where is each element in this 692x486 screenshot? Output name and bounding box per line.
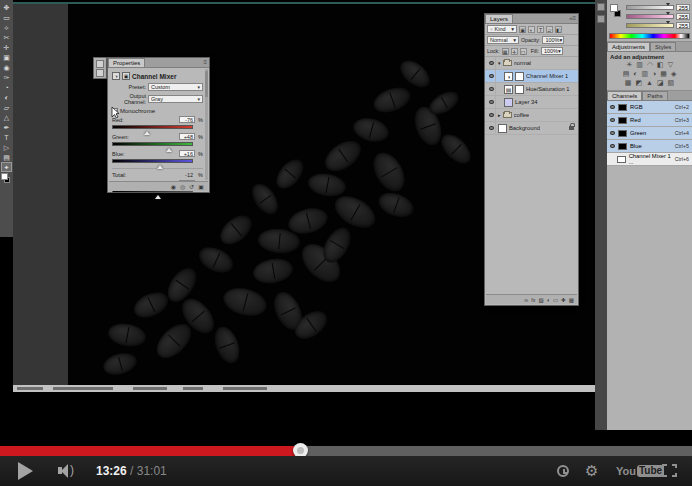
filter-pixel-icon[interactable]: ▣ — [519, 26, 526, 33]
tool-icon[interactable]: ▷ — [1, 142, 12, 152]
adjustment-icon[interactable]: ◑ — [504, 72, 513, 81]
group-caret-icon[interactable]: ▾ — [498, 60, 501, 66]
tool-icon[interactable]: ✂ — [1, 32, 12, 42]
visibility-eye-icon[interactable] — [610, 144, 615, 148]
channel-row[interactable]: BlueCtrl+5 — [607, 140, 692, 153]
layers-footer[interactable]: ∞fx▧◐▭✚▦ — [486, 294, 577, 304]
visibility-eye-icon[interactable] — [489, 61, 494, 65]
ps-toolbar[interactable]: ✥▭⟡✂✛▣◉✑◔◐▱△✒T▷▤✦ — [0, 0, 13, 237]
footer-icon[interactable]: ◐ — [547, 297, 550, 303]
adjustment-icon[interactable]: ▽ — [668, 61, 673, 69]
tool-icon[interactable]: ⟡ — [1, 22, 12, 32]
dock-collapse-strip[interactable] — [595, 0, 607, 430]
preset-dropdown[interactable]: Custom▾ — [148, 83, 203, 91]
layer-row[interactable]: Background — [485, 122, 578, 135]
lock-transparent-icon[interactable]: ▦ — [502, 48, 509, 55]
footer-icon[interactable]: ▦ — [569, 297, 574, 303]
adjustment-icon[interactable]: ◐ — [633, 70, 637, 78]
visibility-eye-icon[interactable] — [489, 74, 494, 78]
adjustment-icon[interactable]: ▦ — [660, 70, 667, 78]
opacity-dropdown[interactable]: 100%▾ — [542, 36, 564, 44]
tool-icon[interactable]: ◉ — [1, 62, 12, 72]
seek-bar[interactable] — [0, 446, 692, 456]
panel-menu-icon[interactable]: «≡ — [567, 14, 578, 23]
adjustment-icon[interactable]: ▩ — [625, 79, 632, 87]
volume-button[interactable]: ) — [58, 464, 82, 478]
tab-layers[interactable]: Layers — [485, 14, 513, 23]
tool-icon[interactable]: T — [1, 132, 12, 142]
color-spectrum-bar[interactable] — [609, 33, 690, 39]
layers-filter-row[interactable]: ○ Kind▾ ▣ ◐ T ▱ ◧ — [485, 24, 578, 35]
scrollbar[interactable] — [205, 69, 208, 180]
lock-position-icon[interactable]: ◻ — [520, 48, 527, 55]
tool-icon[interactable]: ✒ — [1, 122, 12, 132]
layer-thumbnail[interactable] — [504, 98, 513, 107]
color-slider[interactable] — [626, 23, 674, 28]
tool-icon[interactable]: ✛ — [1, 42, 12, 52]
fg-bg-swatches[interactable] — [609, 2, 624, 24]
visibility-eye-icon[interactable] — [489, 87, 494, 91]
footer-icon[interactable]: ▭ — [553, 297, 558, 303]
tool-icon[interactable]: △ — [1, 112, 12, 122]
output-channel-dropdown[interactable]: Gray▾ — [148, 95, 203, 103]
panel-icon[interactable] — [597, 15, 605, 23]
adjustment-icon[interactable]: ☀ — [626, 61, 632, 69]
tab-paths[interactable]: Paths — [642, 91, 667, 100]
layer-row[interactable]: Layer 34 — [485, 96, 578, 109]
color-slider[interactable] — [626, 5, 674, 10]
filter-kind-dropdown[interactable]: ○ Kind▾ — [487, 25, 517, 33]
channel-slider-thumb[interactable] — [166, 145, 172, 152]
color-value-field[interactable]: 255 — [676, 22, 690, 29]
tool-icon[interactable]: ✦ — [1, 162, 12, 172]
tab-properties[interactable]: Properties — [108, 58, 145, 67]
play-button[interactable] — [18, 462, 33, 480]
ps-collapsed-panel-icons[interactable] — [93, 57, 107, 79]
fullscreen-button[interactable] — [662, 464, 677, 477]
footer-icon[interactable]: ✚ — [561, 297, 566, 303]
tab-adjustments[interactable]: Adjustments — [607, 42, 650, 51]
adjustment-icon[interactable]: ▧ — [668, 79, 675, 87]
tool-icon[interactable]: ✑ — [1, 72, 12, 82]
layer-mask-thumbnail[interactable] — [515, 85, 524, 94]
color-slider[interactable] — [626, 14, 674, 19]
color-value-field[interactable]: 255 — [676, 4, 690, 11]
footer-icon[interactable]: ↺ — [189, 183, 194, 190]
visibility-eye-icon[interactable] — [489, 126, 494, 130]
settings-gear-icon[interactable]: ⚙ — [585, 461, 598, 481]
filter-type-icon[interactable]: T — [537, 26, 544, 33]
panel-icon[interactable] — [96, 69, 104, 77]
adjustment-icon[interactable]: ◈ — [671, 70, 676, 78]
layer-mask-thumbnail[interactable] — [515, 72, 524, 81]
adjustment-icon[interactable]: ◑ — [652, 70, 656, 78]
layers-lock-row[interactable]: Lock: ▦ ✛ ◻ Fill: 100%▾ — [485, 46, 578, 57]
layers-blend-row[interactable]: Normal▾ Opacity: 100%▾ — [485, 35, 578, 46]
visibility-eye-icon[interactable] — [610, 131, 615, 135]
adjustment-icon[interactable]: ◠ — [647, 61, 653, 69]
channel-slider-thumb[interactable] — [157, 162, 163, 169]
channel-row[interactable]: RGBCtrl+2 — [607, 101, 692, 114]
tool-icon[interactable]: ✥ — [1, 2, 12, 12]
footer-icon[interactable]: ▧ — [538, 297, 543, 303]
channel-slider-thumb[interactable] — [144, 128, 150, 135]
layer-thumbnail[interactable] — [498, 124, 507, 133]
channel-slider[interactable] — [112, 142, 193, 146]
layer-row[interactable]: ◑Channel Mixer 1 — [485, 70, 578, 83]
layer-row[interactable]: ▾normal — [485, 57, 578, 70]
color-value-field[interactable]: 255 — [676, 13, 690, 20]
layer-row[interactable]: ▤Hue/Saturation 1 — [485, 83, 578, 96]
adjustment-icon[interactable]: ◩ — [635, 79, 642, 87]
visibility-eye-icon[interactable] — [610, 118, 615, 122]
tab-styles[interactable]: Styles — [650, 42, 676, 51]
channel-row[interactable]: RedCtrl+3 — [607, 114, 692, 127]
properties-titlebar[interactable]: Properties ≡ — [108, 58, 209, 68]
channel-value-field[interactable]: +48 — [179, 133, 195, 140]
adjustment-icon[interactable]: ▥ — [641, 70, 648, 78]
constant-slider-thumb[interactable] — [155, 192, 161, 199]
tool-icon[interactable]: ◔ — [1, 82, 12, 92]
watch-later-icon[interactable] — [557, 465, 569, 477]
panel-menu-icon[interactable]: ≡ — [201, 58, 209, 67]
panel-icon[interactable] — [96, 60, 104, 68]
tool-icon[interactable]: ▣ — [1, 52, 12, 62]
layer-row[interactable]: ▸coffee — [485, 109, 578, 122]
filter-smart-icon[interactable]: ◧ — [555, 26, 562, 33]
